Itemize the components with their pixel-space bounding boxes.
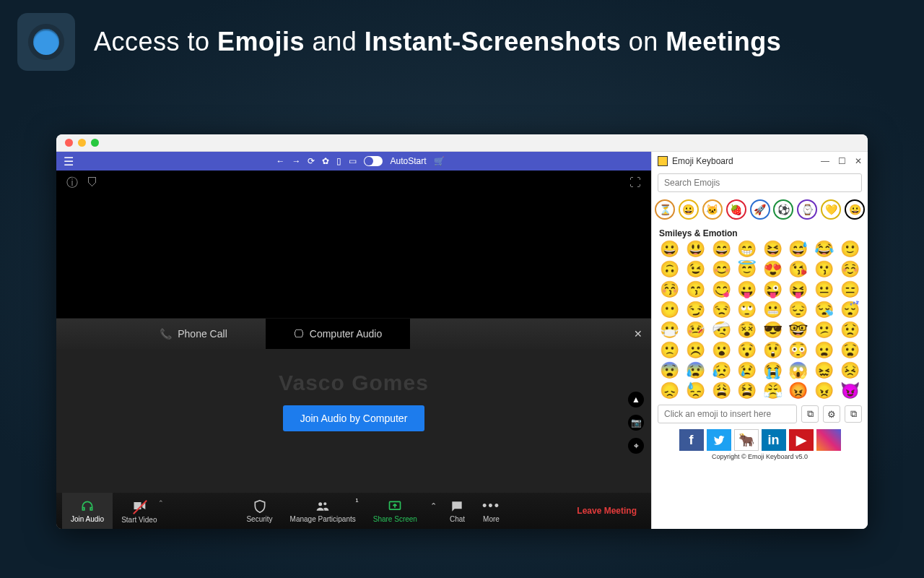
emoji-item[interactable]: 😵: [736, 322, 758, 338]
emoji-item[interactable]: 😋: [710, 282, 732, 298]
emoji-item[interactable]: 😭: [762, 363, 784, 379]
minimize-dot[interactable]: [78, 139, 86, 147]
bull-icon[interactable]: 🐂: [734, 429, 759, 451]
emoji-item[interactable]: 😍: [762, 262, 784, 277]
emoji-item[interactable]: 🤕: [710, 322, 732, 338]
join-audio-button[interactable]: Join Audio by Computer: [283, 405, 425, 431]
emoji-item[interactable]: 😲: [762, 342, 784, 358]
emoji-item[interactable]: 😧: [839, 342, 860, 358]
emoji-item[interactable]: 😓: [685, 383, 707, 399]
emoji-item[interactable]: 😞: [659, 383, 681, 399]
emoji-item[interactable]: 😨: [659, 363, 681, 379]
emoji-item[interactable]: 😖: [814, 363, 835, 379]
emoji-category[interactable]: ⌚: [797, 199, 817, 220]
fullscreen-icon[interactable]: ⛶: [629, 176, 641, 189]
autostart-toggle[interactable]: [364, 156, 383, 166]
window-close-icon[interactable]: ✕: [855, 156, 862, 166]
emoji-item[interactable]: 🙄: [736, 302, 758, 318]
emoji-item[interactable]: 😠: [814, 383, 835, 399]
emoji-item[interactable]: 😢: [736, 363, 758, 379]
emoji-item[interactable]: 😅: [788, 241, 809, 257]
emoji-category[interactable]: ⚽: [773, 199, 793, 220]
emoji-category[interactable]: 🐱: [702, 199, 723, 220]
emoji-item[interactable]: 😈: [839, 383, 860, 399]
youtube-icon[interactable]: ▶: [789, 429, 814, 451]
gear-icon[interactable]: ⚙: [823, 405, 840, 423]
emoji-item[interactable]: 😏: [685, 302, 707, 318]
popout-icon[interactable]: ⧉: [845, 405, 862, 423]
cart-icon[interactable]: 🛒: [434, 156, 445, 166]
desktop-icon[interactable]: ▭: [349, 156, 357, 166]
share-caret[interactable]: ⌃: [426, 493, 441, 529]
emoji-item[interactable]: 🤓: [788, 322, 809, 338]
emoji-item[interactable]: 😎: [762, 322, 784, 338]
window-minimize-icon[interactable]: —: [821, 156, 829, 166]
emoji-item[interactable]: 😛: [736, 282, 758, 298]
emoji-item[interactable]: 😗: [814, 262, 835, 277]
emoji-item[interactable]: 😃: [685, 241, 707, 257]
shield-check-icon[interactable]: ⛉: [87, 176, 98, 189]
emoji-item[interactable]: 😊: [710, 262, 732, 277]
join-audio-control[interactable]: Join Audio: [62, 493, 113, 529]
emoji-item[interactable]: 😳: [788, 342, 809, 358]
share-screen-control[interactable]: Share Screen: [365, 493, 426, 529]
emoji-item[interactable]: 😇: [736, 262, 758, 277]
security-control[interactable]: Security: [237, 493, 281, 529]
emoji-item[interactable]: 😘: [788, 262, 809, 277]
reload-icon[interactable]: ⟳: [308, 156, 315, 166]
emoji-item[interactable]: 😐: [814, 282, 835, 298]
menu-icon[interactable]: ☰: [62, 155, 75, 168]
emoji-item[interactable]: 🙂: [839, 241, 860, 257]
emoji-insert-input[interactable]: [658, 405, 797, 423]
manage-participants-control[interactable]: 1 Manage Participants: [282, 493, 365, 529]
emoji-category[interactable]: 🍓: [726, 199, 746, 220]
twitter-icon[interactable]: [707, 429, 731, 451]
facebook-icon[interactable]: f: [679, 429, 704, 451]
emoji-category[interactable]: ⏳: [655, 199, 675, 220]
close-dot[interactable]: [65, 139, 73, 147]
emoji-category[interactable]: 😀: [679, 199, 699, 220]
instagram-icon[interactable]: [816, 429, 841, 451]
emoji-item[interactable]: 😮: [710, 342, 732, 358]
tab-phone-call[interactable]: 📞Phone Call: [121, 319, 266, 349]
emoji-item[interactable]: 😚: [659, 282, 681, 298]
chat-control[interactable]: Chat: [441, 493, 474, 529]
emoji-item[interactable]: 😁: [736, 241, 758, 257]
emoji-item[interactable]: ☹️: [685, 342, 707, 358]
emoji-item[interactable]: 😫: [736, 383, 758, 399]
emoji-category[interactable]: 🚀: [750, 199, 770, 220]
emoji-item[interactable]: 😩: [710, 383, 732, 399]
emoji-item[interactable]: 😰: [685, 363, 707, 379]
chevron-up-icon[interactable]: ▲: [628, 392, 644, 407]
emoji-item[interactable]: 😆: [762, 241, 784, 257]
emoji-item[interactable]: 😷: [659, 322, 681, 338]
emoji-item[interactable]: 😡: [788, 383, 809, 399]
close-icon[interactable]: ✕: [634, 328, 642, 340]
start-video-control[interactable]: Start Video ⌃: [113, 493, 165, 529]
nav-back-icon[interactable]: ←: [276, 156, 284, 166]
emoji-item[interactable]: 🙃: [659, 262, 681, 277]
emoji-item[interactable]: 😪: [814, 302, 835, 318]
mobile-icon[interactable]: ▯: [336, 156, 341, 166]
nav-forward-icon[interactable]: →: [292, 156, 300, 166]
emoji-item[interactable]: 😬: [762, 302, 784, 318]
emoji-item[interactable]: 😒: [710, 302, 732, 318]
emoji-item[interactable]: 😶: [659, 302, 681, 318]
emoji-item[interactable]: 😔: [788, 302, 809, 318]
emoji-item[interactable]: 😄: [710, 241, 732, 257]
window-maximize-icon[interactable]: ☐: [838, 156, 846, 166]
emoji-item[interactable]: 😀: [659, 241, 681, 257]
emoji-item[interactable]: 🤒: [685, 322, 707, 338]
emoji-category[interactable]: 😀: [845, 199, 865, 220]
emoji-item[interactable]: ☺️: [839, 262, 860, 277]
maximize-dot[interactable]: [91, 139, 99, 147]
info-icon[interactable]: ⓘ: [66, 176, 78, 191]
emoji-item[interactable]: 😤: [762, 383, 784, 399]
emoji-item[interactable]: 😣: [839, 363, 860, 379]
emoji-item[interactable]: 😜: [762, 282, 784, 298]
compass-icon[interactable]: ⌖: [628, 438, 644, 454]
emoji-item[interactable]: 😴: [839, 302, 860, 318]
emoji-item[interactable]: 😂: [814, 241, 835, 257]
settings-icon[interactable]: ✿: [322, 156, 329, 166]
emoji-item[interactable]: 😝: [788, 282, 809, 298]
